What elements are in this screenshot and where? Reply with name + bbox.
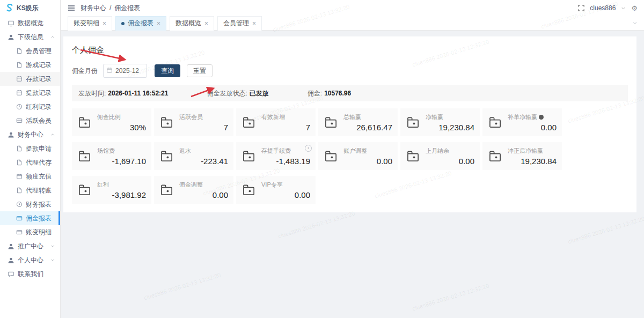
breadcrumb-separator: /	[109, 4, 111, 12]
sidebar-item-subordinate-info[interactable]: 下级信息	[0, 30, 60, 44]
breadcrumb-item[interactable]: 财务中心	[80, 4, 106, 13]
sidebar-item-quota-topup[interactable]: 额度充值	[0, 169, 60, 183]
sidebar-item-label: 提款申请	[26, 144, 52, 153]
tab-commission-report[interactable]: 佣金报表 ×	[115, 16, 166, 31]
sidebar-item-member-management[interactable]: 会员管理	[0, 44, 60, 58]
sidebar-item-promotion-center[interactable]: 推广中心	[0, 239, 60, 253]
top-header: 财务中心 / 佣金报表 clues886 ⚙	[61, 0, 644, 16]
tab-account-changes[interactable]: 账变明细 ×	[68, 16, 112, 31]
stat-card-net-winloss: 净输赢19,230.84	[400, 108, 480, 136]
sidebar-item-data-overview[interactable]: 数据概览	[0, 16, 60, 30]
user-icon	[8, 34, 14, 41]
file-icon	[16, 48, 23, 54]
stat-label: 活跃会员	[179, 113, 228, 121]
sidebar-item-account-changes[interactable]: 账变明细	[0, 225, 60, 239]
sidebar-item-bonus-records[interactable]: 红利记录	[0, 100, 60, 114]
sidebar-item-finance-report[interactable]: 财务报表	[0, 197, 60, 211]
stat-card-grid: 佣金比例30% 活跃会员7 有效新增7 总输赢26,616.47 净输赢19,2…	[72, 108, 628, 204]
stat-value: 0.00	[426, 157, 474, 166]
stat-card-corrected-net-winloss: 冲正后净输赢19,230.84	[482, 142, 562, 170]
wallet-icon	[406, 116, 421, 129]
sidebar: KS娱乐 数据概览 下级信息 会员管理 游戏记录 存款记录 提款记录 红利记录 …	[0, 0, 61, 318]
tab-bar: 账变明细 × 佣金报表 × 数据概览 × 会员管理 ×	[61, 16, 644, 31]
chevron-down-icon	[50, 244, 55, 248]
sidebar-item-label: 下级信息	[18, 33, 43, 42]
gear-icon[interactable]: ⚙	[631, 4, 638, 12]
wallet-icon	[324, 116, 339, 129]
stat-value: 7	[261, 123, 310, 132]
sidebar-item-label: 代理代存	[26, 158, 52, 167]
chevron-down-icon	[50, 258, 55, 262]
wallet-icon	[242, 150, 257, 163]
stat-label: 上月结余	[426, 147, 474, 155]
stat-value: -1,483.19	[261, 157, 310, 166]
sidebar-item-label: 存款记录	[26, 75, 52, 84]
sidebar-item-commission-report[interactable]: 佣金报表	[0, 211, 60, 225]
calendar-icon	[16, 173, 23, 180]
close-icon[interactable]: ×	[204, 20, 208, 27]
sidebar-item-withdrawal-request[interactable]: 提款申请	[0, 142, 60, 156]
wallet-icon	[78, 150, 92, 163]
sidebar-item-game-records[interactable]: 游戏记录	[0, 58, 60, 72]
stat-card-venue-fee: 场馆费-1,697.10	[72, 142, 151, 170]
stat-value: 26,616.47	[343, 123, 392, 132]
filter-row: 佣金月份 查询 重置	[72, 64, 628, 78]
close-icon[interactable]: ×	[252, 20, 256, 27]
stat-label: 佣金比例	[97, 113, 146, 121]
expand-detail-icon[interactable]: ›	[305, 145, 312, 152]
issue-state: 佣金发放状态:已发放	[207, 89, 268, 98]
commission-value: 10576.96	[324, 90, 351, 97]
sidebar-item-label: 代理转账	[26, 186, 52, 195]
query-button[interactable]: 查询	[155, 64, 180, 77]
sidebar-item-agent-deposit[interactable]: 代理代存	[0, 156, 60, 169]
close-icon[interactable]: ×	[157, 20, 160, 27]
tab-data-overview[interactable]: 数据概览 ×	[170, 16, 214, 31]
close-icon[interactable]: ×	[103, 20, 106, 27]
chat-icon	[8, 271, 14, 278]
stat-card-last-month-balance: 上月结余0.00	[400, 142, 480, 170]
sidebar-item-label: 活跃会员	[26, 116, 52, 125]
fullscreen-icon[interactable]	[578, 5, 584, 11]
stat-card-bonus: 红利-3,981.92	[72, 176, 151, 204]
tab-label: 账变明细	[74, 19, 99, 28]
brand-logo[interactable]: KS娱乐	[0, 0, 60, 16]
issue-time-value: 2026-01-11 16:52:21	[108, 90, 168, 97]
commission-total: 佣金:10576.96	[308, 89, 351, 98]
file-icon	[16, 145, 23, 152]
wallet-icon	[488, 150, 503, 163]
sidebar-item-finance-center[interactable]: 财务中心	[0, 128, 60, 142]
clock-icon	[16, 103, 23, 110]
menu-collapse-icon[interactable]	[68, 5, 75, 11]
sidebar-item-active-members[interactable]: 活跃会员	[0, 114, 60, 128]
status-bar: 发放时间:2026-01-11 16:52:21 佣金发放状态:已发放 佣金:1…	[72, 85, 628, 101]
tab-member-management[interactable]: 会员管理 ×	[217, 16, 262, 31]
card-icon	[16, 117, 23, 124]
username[interactable]: clues886	[590, 4, 616, 12]
sidebar-item-withdrawal-records[interactable]: 提款记录	[0, 86, 60, 100]
status-badge: 已发放	[250, 90, 269, 97]
sidebar-item-label: 额度充值	[26, 172, 52, 181]
tab-options-chevron-icon[interactable]	[632, 20, 638, 26]
calendar-icon	[106, 67, 113, 73]
user-icon	[8, 243, 14, 250]
month-picker[interactable]	[103, 64, 147, 78]
wallet-icon	[242, 116, 257, 129]
stat-value: -223.41	[179, 157, 228, 166]
sidebar-item-contact-us[interactable]: 联系我们	[0, 267, 60, 281]
chevron-down-icon[interactable]	[621, 6, 626, 11]
sidebar-item-label: 佣金报表	[26, 214, 52, 223]
wallet-icon	[488, 116, 503, 129]
sidebar-item-label: 个人中心	[18, 256, 43, 265]
sidebar-item-personal-center[interactable]: 个人中心	[0, 253, 60, 267]
stat-value: -3,981.92	[97, 190, 146, 199]
wallet-icon	[160, 150, 174, 163]
stat-value: -1,697.10	[97, 157, 146, 166]
sidebar-item-deposit-records[interactable]: 存款记录	[0, 72, 60, 86]
issue-state-label: 佣金发放状态:	[207, 90, 247, 97]
file-icon	[16, 187, 23, 194]
sidebar-item-agent-transfer[interactable]: 代理转账	[0, 183, 60, 197]
reset-button[interactable]: 重置	[187, 64, 213, 77]
info-icon[interactable]	[539, 115, 544, 120]
stat-value: 0.00	[261, 190, 310, 199]
sidebar-item-label: 账变明细	[26, 228, 52, 237]
